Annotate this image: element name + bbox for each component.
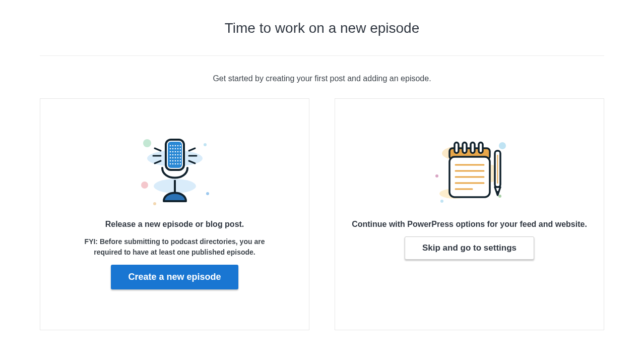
- svg-point-15: [172, 148, 173, 149]
- svg-point-11: [174, 145, 176, 146]
- page-subtitle: Get started by creating your first post …: [40, 56, 604, 98]
- card-settings: Continue with PowerPress options for you…: [335, 98, 604, 330]
- svg-point-38: [179, 160, 181, 161]
- svg-point-4: [204, 143, 207, 146]
- svg-point-31: [174, 157, 176, 158]
- svg-point-3: [141, 182, 148, 189]
- create-episode-button[interactable]: Create a new episode: [111, 265, 238, 289]
- card-create-heading: Release a new episode or blog post.: [55, 218, 294, 230]
- card-create-episode: Release a new episode or blog post. FYI:…: [40, 98, 309, 330]
- svg-point-40: [172, 163, 173, 164]
- svg-point-56: [440, 200, 443, 203]
- svg-point-30: [172, 157, 173, 158]
- svg-point-28: [179, 154, 181, 155]
- svg-line-47: [189, 148, 195, 151]
- svg-point-42: [177, 163, 178, 164]
- svg-point-9: [169, 145, 171, 146]
- svg-point-37: [177, 160, 178, 161]
- cards-row: Release a new episode or blog post. FYI:…: [40, 98, 604, 330]
- svg-point-26: [174, 154, 176, 155]
- svg-point-27: [177, 154, 178, 155]
- svg-point-32: [177, 157, 178, 158]
- svg-point-14: [169, 148, 171, 149]
- svg-point-41: [174, 163, 176, 164]
- svg-point-22: [177, 151, 178, 152]
- svg-point-19: [169, 151, 171, 152]
- svg-point-17: [177, 148, 178, 149]
- microphone-icon: [55, 129, 294, 212]
- svg-point-13: [179, 145, 181, 146]
- page-title: Time to work on a new episode: [40, 20, 604, 56]
- svg-point-23: [179, 151, 181, 152]
- svg-line-44: [155, 148, 161, 151]
- notepad-icon: [350, 129, 589, 212]
- svg-point-21: [174, 151, 176, 152]
- svg-point-54: [499, 142, 506, 149]
- svg-point-2: [143, 139, 151, 147]
- svg-point-16: [174, 148, 176, 149]
- svg-point-5: [153, 202, 156, 205]
- svg-point-10: [172, 145, 173, 146]
- svg-point-57: [498, 195, 501, 198]
- svg-point-25: [172, 154, 173, 155]
- svg-point-39: [169, 163, 171, 164]
- svg-point-29: [169, 157, 171, 158]
- card-settings-heading: Continue with PowerPress options for you…: [350, 218, 589, 230]
- svg-point-35: [172, 160, 173, 161]
- svg-point-43: [179, 163, 181, 164]
- svg-point-36: [174, 160, 176, 161]
- svg-point-20: [172, 151, 173, 152]
- skip-to-settings-button[interactable]: Skip and go to settings: [405, 236, 534, 260]
- svg-point-12: [177, 145, 178, 146]
- svg-point-34: [169, 160, 171, 161]
- svg-point-24: [169, 154, 171, 155]
- svg-point-33: [179, 157, 181, 158]
- card-create-note: FYI: Before submitting to podcast direct…: [79, 236, 271, 258]
- onboarding-container: Time to work on a new episode Get starte…: [40, 0, 604, 330]
- svg-point-55: [435, 174, 438, 177]
- svg-point-18: [179, 148, 181, 149]
- svg-point-6: [206, 192, 209, 195]
